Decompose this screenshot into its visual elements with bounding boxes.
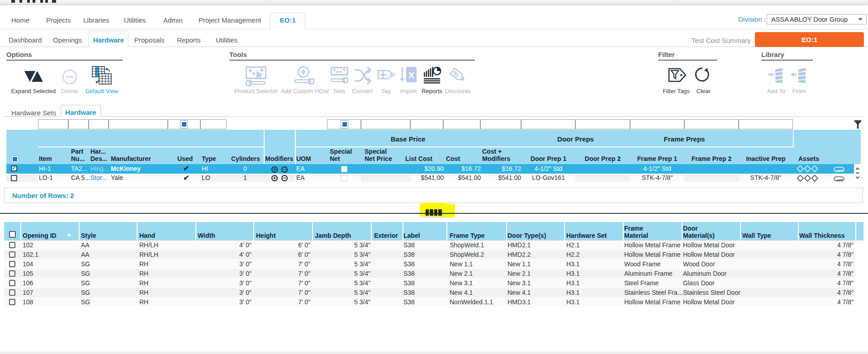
svg-text:X: X [408, 71, 414, 80]
